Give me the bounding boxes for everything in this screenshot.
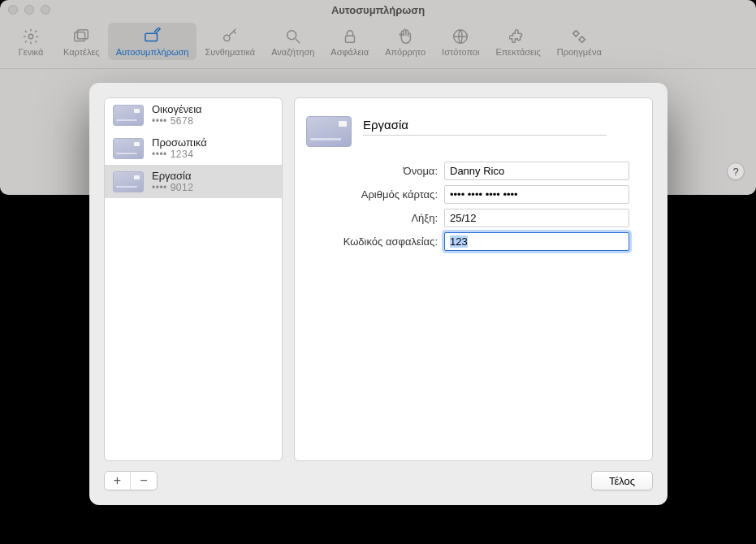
card-detail-pane: Όνομα: Αριθμός κάρτας: Λήξη: Κωδικός ασφ… [294, 97, 653, 461]
cardholder-name-input[interactable] [444, 162, 629, 180]
credit-card-large-icon [306, 116, 352, 147]
credit-card-icon [113, 171, 144, 192]
card-description-input[interactable] [363, 116, 607, 136]
cards-sidebar: Οικογένεια •••• 5678 Προσωπικά •••• 1234… [104, 97, 283, 461]
card-number-input[interactable] [444, 185, 629, 204]
expiry-input[interactable] [444, 209, 629, 227]
card-title: Προσωπικά [152, 136, 207, 149]
credit-cards-sheet: Οικογένεια •••• 5678 Προσωπικά •••• 1234… [89, 83, 667, 505]
remove-card-button[interactable]: − [131, 472, 157, 490]
credit-card-icon [113, 105, 144, 126]
cardholder-name-label: Όνομα: [306, 165, 444, 177]
card-row-family[interactable]: Οικογένεια •••• 5678 [105, 98, 282, 132]
security-code-label: Κωδικός ασφαλείας: [306, 235, 444, 248]
expiry-label: Λήξη: [306, 212, 444, 224]
card-number-label: Αριθμός κάρτας: [306, 188, 444, 201]
credit-card-icon [113, 138, 144, 159]
card-masked-number: •••• 5678 [152, 115, 202, 127]
card-title: Εργασία [152, 170, 193, 182]
security-code-input[interactable] [444, 232, 629, 251]
add-remove-control: + − [104, 471, 158, 490]
card-masked-number: •••• 1234 [152, 149, 207, 160]
done-button[interactable]: Τέλος [591, 471, 653, 490]
add-card-button[interactable]: + [105, 472, 131, 490]
card-title: Οικογένεια [152, 103, 202, 115]
card-masked-number: •••• 9012 [152, 182, 193, 193]
card-row-personal[interactable]: Προσωπικά •••• 1234 [105, 132, 282, 165]
card-row-work[interactable]: Εργασία •••• 9012 [105, 165, 282, 198]
